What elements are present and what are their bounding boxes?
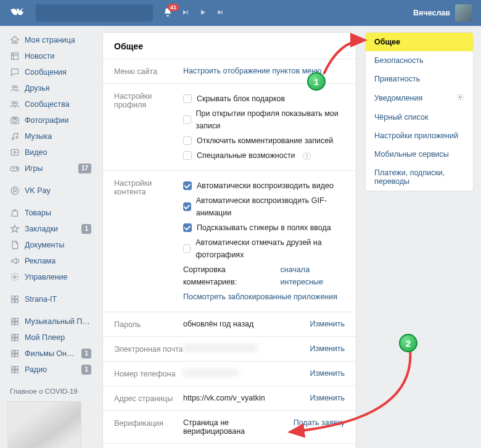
pay-icon bbox=[10, 186, 20, 196]
row-password: Пароль обновлён год назад Изменить bbox=[103, 312, 356, 336]
user-menu[interactable]: Вячеслав bbox=[413, 4, 472, 22]
sidebar-badge: 1 bbox=[81, 349, 91, 359]
svg-rect-16 bbox=[12, 300, 15, 303]
svg-point-3 bbox=[15, 101, 18, 104]
sidebar-item-label: Фильмы Онлайн bbox=[25, 349, 76, 359]
sidebar-ad[interactable]: Шасси Gembird MF-95-01 bbox=[7, 401, 94, 448]
svg-rect-14 bbox=[12, 296, 15, 299]
checkbox-row[interactable]: При открытии профиля показывать мои запи… bbox=[183, 106, 345, 133]
sidebar-item-4-0[interactable]: Музыкальный Плее… bbox=[7, 313, 94, 330]
sidebar-item-2-1[interactable]: Закладки 1 bbox=[7, 221, 94, 237]
settings-nav-item-6[interactable]: Мобильные сервисы bbox=[366, 145, 473, 164]
svg-rect-20 bbox=[12, 322, 15, 325]
sidebar-item-2-3[interactable]: Реклама bbox=[7, 253, 94, 269]
checkbox-row[interactable]: Автоматически воспроизводить GIF-анимаци… bbox=[183, 193, 345, 220]
checkbox-row[interactable]: Отключить комментирование записей bbox=[183, 133, 345, 148]
checkbox-label: Автоматически воспроизводить видео bbox=[197, 180, 334, 192]
sidebar-item-4-3[interactable]: Радио 1 bbox=[7, 362, 94, 378]
sidebar-item-2-0[interactable]: Товары bbox=[7, 205, 94, 221]
game-icon bbox=[10, 164, 20, 173]
sidebar-badge: 1 bbox=[81, 365, 91, 375]
settings-nav-label: Чёрный список bbox=[374, 113, 428, 122]
media-next-icon[interactable] bbox=[216, 8, 224, 19]
settings-nav-label: Общее bbox=[374, 38, 400, 46]
sidebar-item-4-1[interactable]: Мой Плеер bbox=[7, 330, 94, 346]
app-icon bbox=[10, 294, 20, 304]
checkbox[interactable] bbox=[183, 151, 192, 160]
svg-rect-17 bbox=[15, 300, 18, 303]
ad-icon bbox=[10, 256, 20, 266]
sidebar-badge: 1 bbox=[81, 224, 91, 234]
sidebar-item-0-5[interactable]: Фотографии bbox=[7, 112, 94, 128]
checkbox[interactable] bbox=[183, 94, 192, 103]
checkbox-row[interactable]: Подсказывать стикеры в полях ввода bbox=[183, 220, 345, 235]
sidebar-item-0-4[interactable]: Сообщества bbox=[7, 96, 94, 112]
settings-nav-item-5[interactable]: Настройки приложений bbox=[366, 127, 473, 145]
svg-point-5 bbox=[13, 119, 16, 122]
sidebar-item-3-0[interactable]: Strana-IT bbox=[7, 291, 94, 307]
notifications-icon[interactable]: 41 bbox=[163, 7, 173, 19]
sidebar-item-label: Закладки bbox=[25, 225, 58, 234]
sidebar-item-2-4[interactable]: Управление bbox=[7, 269, 94, 285]
svg-rect-25 bbox=[15, 338, 18, 341]
search-input[interactable] bbox=[36, 4, 153, 22]
covid-link[interactable]: Главное о COVID-19 bbox=[7, 384, 94, 396]
vk-logo-icon[interactable] bbox=[9, 4, 26, 22]
checkbox[interactable] bbox=[183, 202, 191, 211]
svg-point-8 bbox=[16, 137, 18, 139]
sidebar-item-0-7[interactable]: Видео bbox=[7, 144, 94, 160]
sidebar-item-0-0[interactable]: Моя страница bbox=[7, 32, 94, 48]
svg-rect-32 bbox=[12, 370, 15, 373]
svg-rect-22 bbox=[12, 334, 15, 338]
checkbox-row[interactable]: Специальные возможности? bbox=[183, 148, 345, 163]
sidebar-item-0-2[interactable]: Сообщения bbox=[7, 64, 94, 80]
settings-nav-item-1[interactable]: Безопасность bbox=[366, 51, 473, 70]
svg-rect-30 bbox=[12, 367, 15, 370]
help-icon[interactable]: ? bbox=[303, 152, 311, 160]
comment-sort-link[interactable]: сначала интересные bbox=[281, 263, 345, 288]
svg-rect-27 bbox=[15, 351, 18, 354]
settings-nav-item-3[interactable]: Уведомления bbox=[366, 88, 473, 108]
checkbox-row[interactable]: Скрывать блок подарков bbox=[183, 91, 345, 106]
settings-nav-item-2[interactable]: Приватность bbox=[366, 70, 473, 88]
page-title: Общее bbox=[103, 33, 356, 59]
svg-rect-24 bbox=[12, 338, 15, 341]
sidebar-item-2-2[interactable]: Документы bbox=[7, 237, 94, 253]
checkbox-row[interactable]: Автоматически отмечать друзей на фотогра… bbox=[183, 235, 345, 262]
checkbox[interactable] bbox=[183, 223, 192, 232]
configure-menu-link[interactable]: Настроить отображение пунктов меню bbox=[183, 67, 321, 75]
checkbox[interactable] bbox=[183, 181, 192, 190]
left-sidebar: Моя страница Новости Сообщения Друзья Со… bbox=[7, 32, 94, 448]
sidebar-item-0-8[interactable]: Игры 17 bbox=[7, 160, 94, 176]
row-language: Язык Русский Изменить bbox=[103, 444, 356, 448]
sidebar-item-0-1[interactable]: Новости bbox=[7, 48, 94, 64]
sidebar-item-label: Радио bbox=[25, 365, 47, 375]
sidebar-item-0-6[interactable]: Музыка bbox=[7, 128, 94, 144]
change-password-link[interactable]: Изменить bbox=[305, 320, 345, 329]
svg-rect-31 bbox=[15, 367, 18, 370]
sidebar-item-0-3[interactable]: Друзья bbox=[7, 80, 94, 96]
app-icon bbox=[10, 365, 20, 375]
sidebar-item-4-2[interactable]: Фильмы Онлайн 1 bbox=[7, 346, 94, 362]
settings-nav-item-7[interactable]: Платежи, подписки, переводы bbox=[366, 164, 473, 191]
checkbox[interactable] bbox=[183, 115, 191, 124]
blocked-apps-link[interactable]: Посмотреть заблокированные приложения bbox=[183, 291, 337, 303]
settings-nav-label: Уведомления bbox=[374, 94, 422, 102]
video-icon bbox=[10, 147, 20, 157]
svg-rect-21 bbox=[15, 322, 18, 325]
settings-nav-label: Платежи, подписки, переводы bbox=[374, 168, 464, 186]
settings-nav-item-0[interactable]: Общее bbox=[366, 33, 473, 51]
row-content-settings: Настройки контента Автоматически воспрои… bbox=[103, 171, 356, 312]
sidebar-item-label: Фотографии bbox=[25, 116, 68, 125]
checkbox-label: Автоматически отмечать друзей на фотогра… bbox=[195, 236, 345, 261]
sidebar-item-1-0[interactable]: VK Pay bbox=[7, 183, 94, 199]
settings-nav-item-4[interactable]: Чёрный список bbox=[366, 108, 473, 127]
media-play-icon[interactable] bbox=[199, 8, 207, 19]
gear-icon[interactable] bbox=[456, 93, 464, 103]
media-prev-icon[interactable] bbox=[181, 8, 190, 19]
checkbox[interactable] bbox=[183, 244, 191, 253]
checkbox[interactable] bbox=[183, 136, 192, 145]
sidebar-item-label: Документы bbox=[25, 241, 64, 250]
checkbox-row[interactable]: Автоматически воспроизводить видео bbox=[183, 178, 345, 193]
sidebar-item-label: VK Pay bbox=[25, 186, 51, 196]
